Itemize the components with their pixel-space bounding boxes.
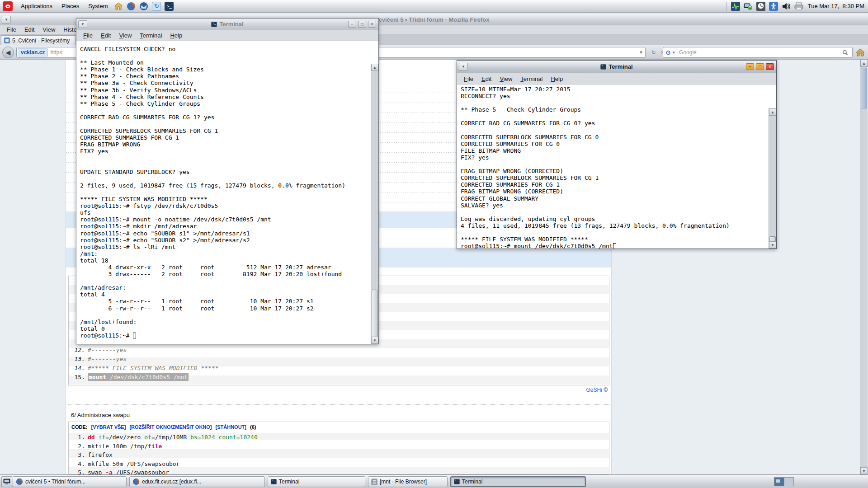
terminal-icon [211,22,217,27]
tab-cviceni-5[interactable]: 5. Cvičení - Filesystémy [1,35,76,45]
scroll-down-icon[interactable]: ▼ [860,467,868,474]
taskbar-button-file-browser[interactable]: [mnt - File Browser] [368,476,448,487]
taskbar-button-terminal-2[interactable]: Terminal [450,476,586,487]
panel-separator [726,2,726,11]
system-menu[interactable]: System [84,0,112,13]
line-number: 14. [69,364,85,373]
thunderbird-icon[interactable] [139,1,149,11]
terminal-cursor [133,333,136,338]
menu-terminal[interactable]: Terminal [516,75,547,82]
menu-terminal[interactable]: Terminal [136,32,166,39]
close-button[interactable]: × [368,21,376,28]
terminal-scrollbar[interactable]: ▲ ▼ [371,64,378,344]
maximize-button[interactable]: □ [756,63,764,70]
line-number: 12. [69,346,85,355]
tab-title: 5. Cvičení - Filesystémy [12,38,70,44]
scroll-up-icon[interactable]: ▲ [371,64,378,71]
terminal-window-title: Terminal [609,63,632,70]
taskbar-button-firefox-forum[interactable]: cvičení 5 • Třídní fórum... [13,476,127,487]
section-heading: 6/ Administrace swapu [71,412,130,418]
search-input[interactable]: G ▼ Google [663,47,853,58]
panel-clock[interactable]: Tue Mar 17, 8:30 PM [808,3,864,9]
close-button[interactable]: × [766,63,774,70]
menu-edit[interactable]: Edit [20,26,38,33]
select-all-link[interactable]: [VYBRAT VŠE] [91,424,126,430]
terminal-titlebar[interactable]: ▾ Terminal − □ × [457,61,776,73]
scrollbar-thumb[interactable] [861,68,867,108]
terminal-titlebar[interactable]: ▾ Terminal − □ × [76,19,378,30]
minimize-button[interactable]: − [348,21,356,28]
scrollbar-thumb[interactable] [372,290,378,344]
menu-edit[interactable]: Edit [477,75,495,82]
code-line: 5.swap -a /UFS/swapsoubor [69,468,609,474]
show-desktop-button[interactable] [1,476,12,487]
taskbar-button-terminal-1[interactable]: Terminal [268,476,365,487]
maximize-button[interactable]: □ [358,21,366,28]
workspace-2[interactable] [784,478,794,486]
menu-view[interactable]: View [38,26,59,33]
url-dropdown-icon[interactable]: ▼ [637,50,645,55]
window-menu-button[interactable]: ▾ [459,63,468,70]
firefox-icon [132,478,140,485]
terminal-output-area[interactable]: CANCEL FILESYSTEM CHECK? no ** Last Moun… [76,41,378,344]
terminal-output: CANCEL FILESYSTEM CHECK? no ** Last Moun… [76,46,378,332]
menu-help[interactable]: Help [547,75,567,82]
menu-view[interactable]: View [495,75,516,82]
scroll-up-icon[interactable]: ▲ [769,108,776,116]
code-block-swap: CODE: [VYBRAT VŠE] [ROZŠÍŘIT OKNO/ZMENŠI… [68,422,609,474]
workspace-switcher[interactable] [774,477,794,486]
expand-window-link[interactable]: [ROZŠÍŘIT OKNO/ZMENŠIT OKNO] [129,424,212,430]
refresh-icon[interactable]: ↻ [151,1,161,11]
line-number: 1. [69,433,85,442]
back-button[interactable]: ◀ [2,47,14,58]
terminal-output-area[interactable]: SIZE=10 MTIME=Mar 17 20:27 2015 RECONNEC… [457,84,776,249]
terminal-scrollbar[interactable]: ▲ ▼ [769,108,776,249]
menu-file[interactable]: File [79,32,97,39]
scroll-down-icon[interactable]: ▼ [371,337,378,344]
search-engine-dropdown-icon[interactable]: ▼ [672,51,675,55]
menu-view[interactable]: View [115,32,136,39]
taskbar-button-firefox-edux[interactable]: edux.fit.cvut.cz [edux.fi... [129,476,265,487]
window-menu-button[interactable]: ▾ [78,20,87,28]
geshi-link[interactable]: GeSHi [586,387,602,393]
site-identity-chip[interactable]: vcklan.cz [18,48,48,56]
oracle-logo-icon[interactable] [3,1,13,11]
places-menu[interactable]: Places [57,0,84,13]
terminal-window-left: ▾ Terminal − □ × File Edit View Terminal… [76,18,379,344]
network-icon[interactable] [743,1,753,11]
printer-icon[interactable] [794,1,804,11]
firefox-icon [16,478,23,485]
volume-icon[interactable] [781,1,791,11]
applications-menu[interactable]: Applications [16,0,57,13]
url-scheme-text: https: [50,49,63,56]
menu-help[interactable]: Help [166,32,186,39]
terminal-cursor [613,243,616,249]
clock-icon[interactable] [756,1,766,11]
line-number: 13. [69,355,85,364]
menu-edit[interactable]: Edit [97,32,115,39]
terminal-icon [600,64,606,70]
minimize-button[interactable]: − [746,63,754,70]
terminal-icon[interactable]: >_ [164,1,174,11]
code-block-header: CODE: [VYBRAT VŠE] [ROZŠÍŘIT OKNO/ZMENŠI… [69,422,609,433]
browser-scrollbar[interactable]: ▲ ▼ [860,60,868,474]
home-icon[interactable] [113,1,123,11]
scroll-up-icon[interactable]: ▲ [860,60,868,67]
code-line: 3.firefox [69,450,609,460]
firefox-icon[interactable] [126,1,136,11]
line-number: 15. [69,373,85,382]
terminal-prompt-line: root@sol115:~# mount /dev/dsk/c7t0d0s5 /… [457,243,776,249]
section-divider [68,404,609,405]
accessibility-icon[interactable] [769,1,778,11]
reload-icon[interactable]: ↻ [650,49,657,56]
workspace-1[interactable] [774,478,784,486]
home-button[interactable] [855,48,865,57]
menu-file[interactable]: File [460,75,477,82]
line-number: 5. [69,468,85,474]
download-link[interactable]: [STÁHNOUT] [216,424,246,430]
system-monitor-icon[interactable] [731,1,741,11]
menu-file[interactable]: File [3,26,20,33]
scroll-down-icon[interactable]: ▼ [769,241,776,249]
window-menu-button[interactable]: ▾ [2,16,11,23]
search-magnifier-icon[interactable] [842,50,850,56]
